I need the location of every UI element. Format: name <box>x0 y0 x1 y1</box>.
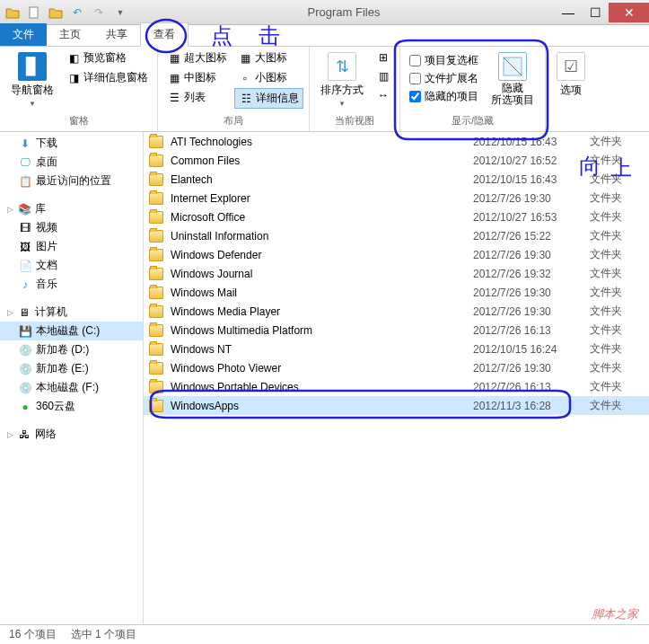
group-layout: ▦超大图标 ▦中图标 ☰列表 ▦大图标 ▫小图标 ☷详细信息 布局 <box>158 47 310 131</box>
sort-button[interactable]: ⇅ 排序方式 ▼ <box>315 49 369 111</box>
file-row[interactable]: WindowsApps2012/11/3 16:28文件夹 <box>144 396 649 415</box>
file-name: Windows Portable Devices <box>167 381 473 393</box>
file-name: Windows Multimedia Platform <box>167 324 473 337</box>
tree-videos[interactable]: 🎞视频 <box>0 218 143 237</box>
tab-file[interactable]: 文件 <box>0 23 47 46</box>
nav-tree[interactable]: ⬇下载 🖵桌面 📋最近访问的位置 ▷📚库 🎞视频 🖼图片 📄文档 ♪音乐 ▷🖥计… <box>0 132 144 624</box>
tree-network[interactable]: ▷🖧网络 <box>0 425 143 444</box>
hide-selected-button[interactable]: 隐藏 所选项目 <box>486 49 539 110</box>
tree-disk-f[interactable]: 💿本地磁盘 (F:) <box>0 378 143 397</box>
file-icon[interactable] <box>25 4 43 22</box>
nav-pane-button[interactable]: ▊ 导航窗格 ▼ <box>5 49 59 111</box>
tree-pictures[interactable]: 🖼图片 <box>0 237 143 256</box>
tree-disk-e[interactable]: 💿新加卷 (E:) <box>0 359 143 378</box>
tree-cloud[interactable]: ●360云盘 <box>0 397 143 416</box>
computer-icon: 🖥 <box>17 305 31 320</box>
tree-desktop[interactable]: 🖵桌面 <box>0 153 143 172</box>
file-date: 2012/10/15 16:43 <box>473 173 590 186</box>
file-extensions-toggle[interactable]: 文件扩展名 <box>406 70 482 87</box>
file-row[interactable]: Common Files2012/10/27 16:52文件夹 <box>144 151 649 170</box>
file-date: 2012/10/27 16:53 <box>473 211 590 224</box>
folder-icon <box>149 136 167 148</box>
details-button[interactable]: ☷详细信息 <box>234 88 303 109</box>
tree-recent[interactable]: 📋最近访问的位置 <box>0 172 143 190</box>
tab-view[interactable]: 查看 <box>140 22 189 47</box>
small-icons-button[interactable]: ▫小图标 <box>234 68 303 87</box>
folder-icon[interactable] <box>47 4 65 22</box>
file-row[interactable]: ATI Technologies2012/10/15 16:43文件夹 <box>144 132 649 151</box>
preview-pane-button[interactable]: ◧预览窗格 <box>63 49 152 67</box>
folder-icon[interactable] <box>4 4 22 22</box>
columns-button[interactable]: ▥ <box>373 67 394 85</box>
file-row[interactable]: Windows Media Player2012/7/26 19:30文件夹 <box>144 302 649 321</box>
columns-icon: ▥ <box>376 69 390 84</box>
file-row[interactable]: Windows Photo Viewer2012/7/26 19:30文件夹 <box>144 358 649 377</box>
group-pane: ▊ 导航窗格 ▼ ◧预览窗格 ◨详细信息窗格 窗格 <box>0 47 158 131</box>
file-row[interactable]: Internet Explorer2012/7/26 19:30文件夹 <box>144 189 649 207</box>
options-button[interactable]: ☑ 选项 <box>551 49 591 101</box>
file-row[interactable]: Elantech2012/10/15 16:43文件夹 <box>144 170 649 189</box>
file-row[interactable]: Windows Multimedia Platform2012/7/26 16:… <box>144 321 649 340</box>
folder-icon <box>149 324 167 337</box>
file-row[interactable]: Uninstall Information2012/7/26 15:22文件夹 <box>144 226 649 245</box>
file-row[interactable]: Microsoft Office2012/10/27 16:53文件夹 <box>144 207 649 226</box>
detail-pane-button[interactable]: ◨详细信息窗格 <box>63 68 152 87</box>
list-icon: ☰ <box>167 91 181 105</box>
file-name: ATI Technologies <box>167 136 473 148</box>
disk-icon: 💿 <box>18 343 32 357</box>
folder-icon <box>149 249 167 261</box>
tab-share[interactable]: 共享 <box>93 23 140 46</box>
undo-icon[interactable]: ↶ <box>68 4 86 22</box>
file-name: Windows Journal <box>167 268 473 280</box>
tree-downloads[interactable]: ⬇下载 <box>0 134 143 153</box>
xlarge-icons-button[interactable]: ▦超大图标 <box>163 49 231 67</box>
list-button[interactable]: ☰列表 <box>163 88 231 107</box>
video-icon: 🎞 <box>18 221 32 235</box>
tree-disk-d[interactable]: 💿新加卷 (D:) <box>0 340 143 359</box>
file-row[interactable]: Windows Defender2012/7/26 19:30文件夹 <box>144 245 649 264</box>
tree-music[interactable]: ♪音乐 <box>0 275 143 294</box>
hidden-items-toggle[interactable]: 隐藏的项目 <box>406 88 482 105</box>
tab-home[interactable]: 主页 <box>47 23 93 46</box>
file-row[interactable]: Windows Journal2012/7/26 19:32文件夹 <box>144 264 649 283</box>
quick-access-toolbar: ↶ ↷ ▼ <box>0 4 133 22</box>
file-date: 2012/7/26 16:13 <box>473 381 590 393</box>
tree-computer[interactable]: ▷🖥计算机 <box>0 303 143 322</box>
file-type: 文件夹 <box>590 341 644 357</box>
file-row[interactable]: Windows NT2012/10/15 16:24文件夹 <box>144 340 649 358</box>
redo-icon[interactable]: ↷ <box>90 4 108 22</box>
folder-icon <box>149 305 167 318</box>
svg-rect-0 <box>30 7 38 18</box>
folder-icon <box>149 192 167 205</box>
fit-columns-button[interactable]: ↔ <box>373 86 394 104</box>
file-name: Elantech <box>167 173 473 186</box>
nav-pane-icon: ▊ <box>18 52 47 81</box>
maximize-button[interactable]: ☐ <box>582 3 609 22</box>
large-icons-button[interactable]: ▦大图标 <box>234 49 303 67</box>
file-name: Windows Media Player <box>167 305 473 318</box>
file-date: 2012/10/15 16:43 <box>473 136 590 148</box>
folder-icon <box>149 268 167 280</box>
medium-icons-button[interactable]: ▦中图标 <box>163 68 231 87</box>
item-checkboxes-toggle[interactable]: 项目复选框 <box>406 52 482 69</box>
minimize-button[interactable]: — <box>555 3 582 22</box>
grouping-button[interactable]: ⊞ <box>373 49 394 66</box>
disk-icon: 💾 <box>18 324 32 339</box>
tree-documents[interactable]: 📄文档 <box>0 256 143 275</box>
file-date: 2012/7/26 19:32 <box>473 268 590 280</box>
close-button[interactable]: ✕ <box>609 3 649 22</box>
chevron-down-icon[interactable]: ▼ <box>111 4 129 22</box>
file-row[interactable]: Windows Mail2012/7/26 19:30文件夹 <box>144 283 649 302</box>
file-row[interactable]: Windows Portable Devices2012/7/26 16:13文… <box>144 377 649 396</box>
file-name: Internet Explorer <box>167 192 473 205</box>
tree-disk-c[interactable]: 💾本地磁盘 (C:) <box>0 322 143 340</box>
file-list[interactable]: ATI Technologies2012/10/15 16:43文件夹Commo… <box>144 132 649 624</box>
item-count: 16 个项目 <box>9 627 57 642</box>
file-type: 文件夹 <box>590 153 644 168</box>
ribbon: ▊ 导航窗格 ▼ ◧预览窗格 ◨详细信息窗格 窗格 ▦超大图标 ▦中图标 ☰列表… <box>0 47 649 132</box>
tree-libraries[interactable]: ▷📚库 <box>0 199 143 218</box>
folder-icon <box>149 287 167 299</box>
sort-icon: ⇅ <box>328 52 356 81</box>
small-icon: ▫ <box>238 71 252 85</box>
file-name: Windows NT <box>167 343 473 356</box>
